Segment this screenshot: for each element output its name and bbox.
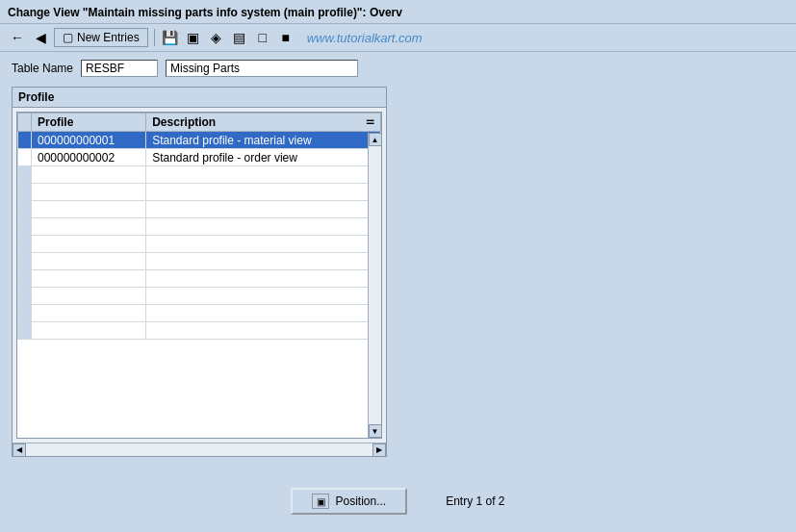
profile-cell: [32, 201, 146, 218]
new-entries-icon: ▢: [63, 31, 73, 44]
hscroll-bar: ◀ ▶: [13, 443, 386, 456]
row-selector-cell: [18, 218, 32, 236]
table-row[interactable]: 000000000002Standard profile - order vie…: [18, 149, 381, 166]
title-bar: Change View "Maintain missing parts info…: [0, 0, 796, 24]
row-selector-cell: [18, 305, 32, 322]
scroll-track[interactable]: [369, 146, 381, 424]
table-name-input[interactable]: [81, 60, 158, 77]
row-selector-cell: [18, 288, 32, 305]
description-cell: Standard profile - material view: [146, 132, 381, 149]
table-row[interactable]: [18, 253, 381, 270]
bottom-area: ▣ Position... Entry 1 of 2: [0, 480, 796, 522]
table-name-label: Table Name: [12, 62, 73, 75]
entry-text: Entry 1 of 2: [446, 494, 504, 508]
table-row[interactable]: [18, 288, 381, 305]
watermark: www.tutorialkart.com: [307, 31, 423, 45]
hscroll-left-arrow[interactable]: ◀: [13, 443, 26, 457]
table-row[interactable]: [18, 305, 381, 322]
description-cell: [146, 201, 381, 218]
row-selector-cell: [18, 132, 32, 149]
profile-table-container: Profile Description ⚌ 000000000001Standa…: [16, 112, 382, 439]
table-desc-input[interactable]: [166, 60, 358, 77]
description-cell: [146, 253, 381, 270]
profile-cell: [32, 166, 146, 184]
profile-section: Profile Profile Description ⚌: [12, 87, 387, 457]
description-cell: [146, 218, 381, 236]
table-row[interactable]: [18, 322, 381, 340]
new-entries-label: New Entries: [77, 31, 140, 44]
description-cell: [146, 270, 381, 288]
row-selector-cell: [18, 270, 32, 288]
profile-cell: [32, 184, 146, 201]
hscroll-track[interactable]: [26, 443, 372, 456]
profile-cell: 000000000002: [32, 149, 146, 166]
profile-cell: [32, 236, 146, 253]
hscroll-right-arrow[interactable]: ▶: [372, 443, 386, 457]
title-text: Change View "Maintain missing parts info…: [8, 6, 402, 19]
description-cell: [146, 322, 381, 340]
table-name-row: Table Name: [12, 60, 784, 77]
profile-cell: 000000000001: [32, 132, 146, 149]
profile-cell: [32, 288, 146, 305]
table-row[interactable]: 000000000001Standard profile - material …: [18, 132, 381, 149]
toolbar: ← ◀ ▢ New Entries 💾 ▣ ◈ ▤ □ ■ www.tutori…: [0, 24, 796, 52]
row-selector-cell: [18, 201, 32, 218]
scroll-up-arrow[interactable]: ▲: [369, 133, 382, 146]
main-content: Table Name Profile Profile Description ⚌: [0, 52, 796, 465]
table-row[interactable]: [18, 184, 381, 201]
profile-cell: [32, 218, 146, 236]
save-icon[interactable]: 💾: [161, 28, 180, 47]
description-cell: [146, 288, 381, 305]
position-button[interactable]: ▣ Position...: [291, 488, 407, 515]
profile-section-header: Profile: [13, 88, 386, 108]
profile-col-header: Profile: [32, 114, 146, 132]
undo-icon[interactable]: ◈: [207, 28, 226, 47]
new-entries-button[interactable]: ▢ New Entries: [54, 28, 148, 47]
row-selector-cell: [18, 236, 32, 253]
row-selector-cell: [18, 322, 32, 340]
profile-cell: [32, 305, 146, 322]
row-selector-cell: [18, 184, 32, 201]
description-cell: [146, 305, 381, 322]
profile-cell: [32, 253, 146, 270]
table-row[interactable]: [18, 166, 381, 184]
profile-table: Profile Description ⚌ 000000000001Standa…: [17, 113, 381, 340]
table-row[interactable]: [18, 270, 381, 288]
paste-icon[interactable]: ▤: [230, 28, 249, 47]
row-selector-header: [18, 114, 32, 132]
description-cell: Standard profile - order view: [146, 149, 381, 166]
scrollbar-right[interactable]: ▲ ▼: [368, 133, 381, 438]
position-label: Position...: [335, 494, 386, 508]
description-cell: [146, 236, 381, 253]
print-icon[interactable]: ■: [276, 28, 295, 47]
description-cell: [146, 184, 381, 201]
row-selector-cell: [18, 166, 32, 184]
profile-cell: [32, 270, 146, 288]
cmd-icon[interactable]: ◀: [31, 28, 50, 47]
profile-cell: [32, 322, 146, 340]
table-row[interactable]: [18, 218, 381, 236]
description-col-header: Description ⚌: [146, 114, 381, 132]
col-resize-icon[interactable]: ⚌: [366, 115, 374, 126]
position-icon: ▣: [312, 494, 329, 509]
table-row[interactable]: [18, 201, 381, 218]
copy-icon[interactable]: ▣: [184, 28, 203, 47]
row-selector-cell: [18, 149, 32, 166]
table-row[interactable]: [18, 236, 381, 253]
scroll-down-arrow[interactable]: ▼: [369, 424, 382, 438]
separator-1: [154, 29, 155, 46]
cut-icon[interactable]: □: [253, 28, 272, 47]
description-cell: [146, 166, 381, 184]
back-icon[interactable]: ←: [8, 28, 27, 47]
row-selector-cell: [18, 253, 32, 270]
